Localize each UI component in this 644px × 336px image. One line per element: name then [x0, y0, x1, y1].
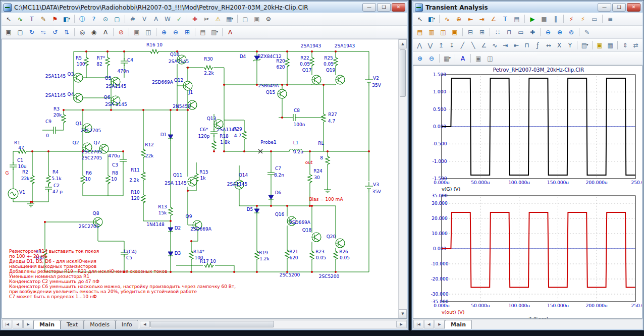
- pause-icon[interactable]: ‖: [550, 14, 561, 25]
- tab-text[interactable]: Text: [61, 320, 84, 329]
- flip-icon[interactable]: ⇅: [61, 27, 72, 38]
- animate-options-icon[interactable]: ⚡: [577, 14, 588, 25]
- grid-icon[interactable]: ▦▾: [224, 14, 235, 25]
- refresh-icon[interactable]: ↻: [26, 27, 37, 38]
- zoom-out-icon[interactable]: ⊖: [170, 27, 181, 38]
- new-page-icon[interactable]: ▢: [240, 14, 251, 25]
- sanity-check-icon[interactable]: ⚠: [212, 14, 224, 25]
- component-menu-icon[interactable]: ◧▾: [61, 14, 72, 25]
- first-tab-button[interactable]: |◀: [2, 320, 12, 328]
- x-level-icon[interactable]: X: [554, 40, 564, 51]
- prev-tab-button[interactable]: ◀: [424, 320, 434, 328]
- zoom-out-icon[interactable]: ⊖: [543, 27, 554, 38]
- pin-connections-icon[interactable]: ✚: [189, 14, 200, 25]
- scroll-left-icon[interactable]: ◀: [140, 321, 150, 327]
- tab-info[interactable]: Info: [116, 320, 138, 329]
- show-conditions-icon[interactable]: ✓: [174, 14, 185, 25]
- hscroll-thumb[interactable]: [150, 321, 274, 327]
- vscroll-thumb[interactable]: [400, 49, 406, 97]
- period-icon[interactable]: ⊓: [522, 40, 532, 51]
- help-mode-icon[interactable]: ?: [88, 14, 99, 25]
- scroll-down-icon[interactable]: ▼: [399, 309, 407, 318]
- select-icon[interactable]: ↖: [414, 14, 425, 25]
- zoom-area-icon[interactable]: ⊞: [182, 27, 193, 38]
- width-icon[interactable]: ↔: [544, 40, 554, 51]
- copy-picture-icon[interactable]: ▣: [131, 27, 142, 38]
- analysis-plots[interactable]: 1.5001.0000.5000.000-0.500-1.000-1.5000.…: [413, 66, 642, 319]
- info-mode-icon[interactable]: ⓘ: [77, 14, 88, 25]
- y-level-icon[interactable]: Y: [565, 40, 575, 51]
- restore-button[interactable]: ❑: [612, 3, 626, 12]
- text-mode-icon[interactable]: T: [500, 14, 511, 25]
- font-icon[interactable]: A: [225, 27, 236, 38]
- minimize-button[interactable]: —: [598, 3, 611, 12]
- next-tab-button[interactable]: ▶: [23, 320, 33, 328]
- next-tab-button[interactable]: ▶: [435, 320, 445, 328]
- copy-window-icon[interactable]: ◫: [485, 53, 496, 64]
- zoom-mode-icon[interactable]: ⊕: [453, 14, 464, 25]
- schematic-hscrollbar[interactable]: ◀ ▶: [139, 320, 407, 328]
- rise-icon[interactable]: ╱: [457, 40, 467, 51]
- show-currents-icon[interactable]: A: [150, 14, 162, 25]
- tab-main[interactable]: Main: [33, 320, 61, 329]
- inflection-icon[interactable]: ∿: [490, 40, 500, 51]
- numeric-output-icon[interactable]: ≡: [605, 14, 616, 25]
- snapshot-icon[interactable]: ▤: [197, 27, 208, 38]
- one-graph-icon[interactable]: ◫: [438, 27, 449, 38]
- go-to-x-icon[interactable]: ⇥: [500, 40, 510, 51]
- zoom-window-icon[interactable]: ⊚: [566, 27, 577, 38]
- schematic-vscrollbar[interactable]: ▲ ▼: [398, 39, 407, 318]
- normalize-icon[interactable]: ⇕: [620, 40, 630, 51]
- prev-tab-button[interactable]: ◀: [13, 320, 23, 328]
- repeat-find-icon[interactable]: ◉: [88, 27, 99, 38]
- plot-panes-icon[interactable]: ▤: [414, 27, 425, 38]
- cut-icon[interactable]: ✂: [201, 14, 212, 25]
- vertical-tag-icon[interactable]: ⇥: [476, 14, 488, 25]
- frequency-icon[interactable]: ƒ: [532, 40, 543, 51]
- valley-icon[interactable]: ⋁: [425, 40, 435, 51]
- clipboard-icon[interactable]: ▣: [3, 27, 14, 38]
- data-points-icon[interactable]: ∷: [492, 27, 503, 38]
- link-mode-icon[interactable]: ⊙: [100, 14, 111, 25]
- slider-icon[interactable]: ▭: [589, 14, 600, 25]
- scroll-up-icon[interactable]: ▲: [399, 39, 407, 48]
- fall-icon[interactable]: ╲: [468, 40, 478, 51]
- overlay-icon[interactable]: ▣: [449, 27, 460, 38]
- zoom-in-icon[interactable]: ⊕: [414, 53, 425, 64]
- first-tab-button[interactable]: |◀: [413, 320, 423, 328]
- calculator-icon[interactable]: ▦: [605, 40, 615, 51]
- region-enable-icon[interactable]: ▢: [112, 14, 123, 25]
- horizontal-tag-icon[interactable]: ⇤: [465, 14, 476, 25]
- low-icon[interactable]: ↧: [447, 40, 457, 51]
- high-icon[interactable]: ↥: [436, 40, 446, 51]
- schematic-drawing[interactable]: R16 102SA19432SA1943R5100R7*82C4470nQ102…: [2, 39, 401, 319]
- font-icon[interactable]: A: [457, 53, 468, 64]
- zoom-out-icon[interactable]: ⊖: [426, 53, 437, 64]
- view-options-icon[interactable]: ▥▾: [209, 27, 220, 38]
- plus-mark-icon[interactable]: ✚: [527, 27, 538, 38]
- tab-models[interactable]: Models: [84, 320, 116, 329]
- tag-measure-icon[interactable]: ∠: [488, 14, 499, 25]
- component-menu-icon[interactable]: ◧▾: [426, 14, 437, 25]
- show-voltages-icon[interactable]: V: [139, 14, 150, 25]
- split-horizontal-icon[interactable]: ⊟: [465, 27, 476, 38]
- select-area-icon[interactable]: ▢: [15, 27, 26, 38]
- tokens-icon[interactable]: ⊓: [504, 27, 515, 38]
- cursor-panes-icon[interactable]: ▥: [426, 27, 437, 38]
- restore-button[interactable]: ❑: [377, 3, 391, 12]
- schematic-titlebar[interactable]: C:\MC11\DATA\Petrov\Petrov\Radiohobbi\RH…: [2, 2, 407, 13]
- page-settings-icon[interactable]: ⚙: [263, 14, 274, 25]
- waveform-select-icon[interactable]: ▤▾: [579, 40, 589, 51]
- close-button[interactable]: ✕: [392, 3, 405, 12]
- show-node-numbers-icon[interactable]: #: [127, 14, 138, 25]
- slope-icon[interactable]: ∠: [479, 40, 489, 51]
- properties-icon[interactable]: ▤: [511, 14, 522, 25]
- wire-mode-icon[interactable]: ∿: [15, 14, 26, 25]
- plot-properties-icon[interactable]: ✎: [581, 27, 593, 38]
- transient-titlebar[interactable]: Transient Analysis —❑✕: [413, 2, 642, 13]
- ruler-icon[interactable]: ▭: [515, 27, 526, 38]
- go-to-y-icon[interactable]: ⇤: [511, 40, 521, 51]
- minimize-button[interactable]: —: [362, 3, 376, 12]
- mirror-icon[interactable]: ⇋: [38, 27, 49, 38]
- grid-options-icon[interactable]: ▦▾: [442, 53, 453, 64]
